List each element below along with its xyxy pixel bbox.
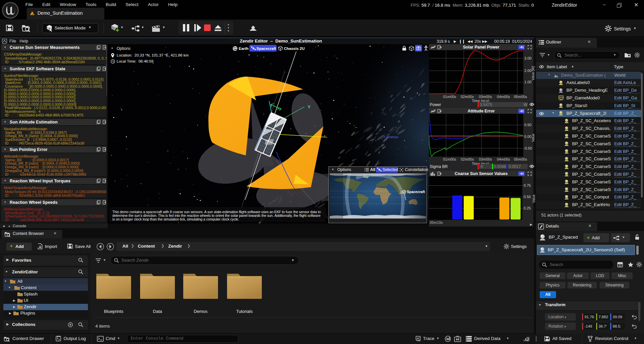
svg-text:Uranus: Uranus [386,135,398,139]
svg-text:Y: Y [308,104,311,109]
svg-text:Spacecraft: Spacecraft [407,190,425,194]
